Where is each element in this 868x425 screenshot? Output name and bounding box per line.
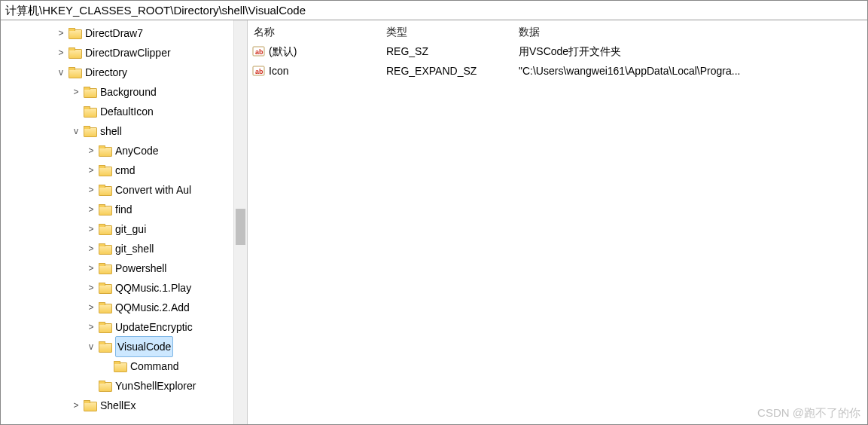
expand-icon[interactable]: > — [84, 219, 99, 239]
folder-icon — [114, 361, 127, 371]
collapse-icon[interactable]: v — [53, 63, 69, 82]
collapse-icon[interactable]: v — [84, 337, 99, 356]
expand-icon[interactable]: > — [84, 161, 99, 180]
tree-label: YunShellExplorer — [115, 376, 196, 396]
expand-icon[interactable]: > — [69, 82, 84, 102]
col-header-name[interactable]: 名称 — [248, 23, 380, 41]
tree-item-qqmusic2[interactable]: > QQMusic.2.Add — [23, 298, 233, 317]
expand-icon[interactable]: > — [84, 298, 99, 317]
tree-label: QQMusic.1.Play — [115, 278, 191, 298]
expand-icon[interactable]: > — [69, 396, 84, 415]
collapse-icon[interactable]: v — [69, 121, 84, 141]
folder-icon — [99, 145, 112, 156]
folder-icon — [99, 185, 112, 195]
folder-icon — [84, 126, 97, 136]
tree-item-directdrawclipper[interactable]: > DirectDrawClipper — [23, 43, 233, 63]
tree-label: UpdateEncryptic — [115, 317, 193, 337]
list-header: 名称 类型 数据 — [248, 23, 867, 41]
tree-label: cmd — [115, 161, 135, 180]
tree-item-background[interactable]: > Background — [23, 82, 233, 102]
value-row[interactable]: ab (默认) REG_SZ 用VSCode打开文件夹 — [248, 41, 867, 61]
tree-label: Powershell — [115, 258, 166, 278]
value-data: "C:\Users\wangwei161\AppData\Local\Progr… — [513, 61, 867, 81]
tree-label: DefaultIcon — [100, 102, 154, 121]
tree-label: AnyCode — [115, 141, 159, 161]
tree-label: VisualCode — [115, 336, 173, 357]
expand-icon[interactable]: > — [84, 200, 99, 219]
tree-item-yunshellexplorer[interactable]: YunShellExplorer — [23, 376, 233, 396]
value-row[interactable]: ab Icon REG_EXPAND_SZ "C:\Users\wangwei1… — [248, 61, 867, 81]
scrollbar-thumb[interactable] — [236, 209, 245, 245]
tree-label: git_shell — [115, 239, 154, 258]
col-header-data[interactable]: 数据 — [513, 23, 867, 41]
folder-icon — [99, 322, 112, 332]
tree-label: find — [115, 200, 132, 219]
tree-label: Directory — [85, 63, 127, 82]
tree-item-shell[interactable]: v shell — [23, 121, 233, 141]
folder-icon — [69, 47, 82, 58]
expand-icon[interactable]: > — [84, 239, 99, 258]
folder-icon — [84, 106, 97, 117]
value-type: REG_EXPAND_SZ — [380, 61, 513, 81]
scrollbar[interactable] — [233, 20, 247, 424]
string-value-icon: ab — [252, 65, 266, 77]
values-pane: 名称 类型 数据 ab (默认) REG_SZ 用VSCode打开文件夹 ab … — [248, 20, 867, 424]
tree-label: Background — [100, 82, 157, 102]
folder-icon — [84, 400, 97, 411]
tree-label: Convert with Aul — [115, 180, 191, 200]
expand-icon[interactable]: > — [84, 278, 99, 298]
value-name: (默认) — [269, 41, 297, 61]
tree-item-directdraw7[interactable]: > DirectDraw7 — [23, 23, 233, 43]
tree-item-updateencryptic[interactable]: > UpdateEncryptic — [23, 317, 233, 337]
value-data: 用VSCode打开文件夹 — [513, 41, 867, 61]
tree-item-find[interactable]: > find — [23, 200, 233, 219]
folder-icon — [69, 67, 82, 78]
col-header-type[interactable]: 类型 — [380, 23, 513, 41]
tree-item-convert[interactable]: > Convert with Aul — [23, 180, 233, 200]
tree-label: Command — [130, 356, 179, 376]
folder-icon — [99, 204, 112, 215]
folder-icon — [69, 28, 82, 38]
tree-label: DirectDraw7 — [85, 23, 143, 43]
content-area: > DirectDraw7 > DirectDrawClipper v Dire… — [1, 20, 867, 424]
svg-text:ab: ab — [255, 68, 263, 75]
tree-item-command[interactable]: Command — [23, 356, 233, 376]
tree-item-visualcode[interactable]: v VisualCode — [23, 337, 233, 356]
folder-icon — [99, 243, 112, 254]
address-bar[interactable]: 计算机\HKEY_CLASSES_ROOT\Directory\shell\Vi… — [1, 1, 867, 20]
address-text: 计算机\HKEY_CLASSES_ROOT\Directory\shell\Vi… — [5, 4, 306, 17]
tree-item-shellex[interactable]: > ShellEx — [23, 396, 233, 415]
tree-item-cmd[interactable]: > cmd — [23, 161, 233, 180]
folder-icon — [99, 165, 112, 176]
tree-label: QQMusic.2.Add — [115, 298, 190, 317]
folder-icon — [99, 341, 112, 352]
folder-icon — [99, 224, 112, 234]
tree-label: ShellEx — [100, 396, 136, 415]
tree-item-qqmusic1[interactable]: > QQMusic.1.Play — [23, 278, 233, 298]
expand-icon[interactable]: > — [84, 180, 99, 200]
tree-item-defaulticon[interactable]: DefaultIcon — [23, 102, 233, 121]
tree-item-powershell[interactable]: > Powershell — [23, 258, 233, 278]
expand-icon[interactable]: > — [53, 43, 69, 63]
expand-icon[interactable]: > — [84, 317, 99, 337]
expand-icon[interactable]: > — [84, 258, 99, 278]
folder-icon — [99, 302, 112, 313]
tree-item-directory[interactable]: v Directory — [23, 63, 233, 82]
tree-label: shell — [100, 121, 122, 141]
expand-icon[interactable]: > — [84, 141, 99, 161]
string-value-icon: ab — [252, 45, 266, 57]
value-name: Icon — [269, 61, 288, 81]
folder-icon — [84, 87, 97, 97]
tree-label: DirectDrawClipper — [85, 43, 171, 63]
expand-icon[interactable]: > — [53, 23, 69, 43]
value-type: REG_SZ — [380, 41, 513, 61]
folder-icon — [99, 283, 112, 293]
tree-label: git_gui — [115, 219, 146, 239]
registry-tree[interactable]: > DirectDraw7 > DirectDrawClipper v Dire… — [1, 23, 247, 415]
folder-icon — [99, 263, 112, 274]
tree-pane: > DirectDraw7 > DirectDrawClipper v Dire… — [1, 20, 248, 424]
tree-item-gitgui[interactable]: > git_gui — [23, 219, 233, 239]
folder-icon — [99, 381, 112, 391]
tree-item-anycode[interactable]: > AnyCode — [23, 141, 233, 161]
tree-item-gitshell[interactable]: > git_shell — [23, 239, 233, 258]
